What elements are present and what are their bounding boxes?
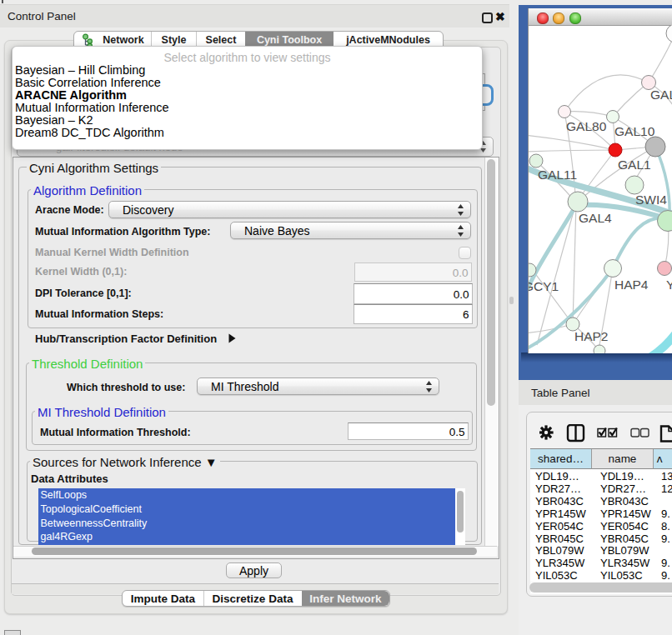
svg-text:HAP4: HAP4 [614,278,649,292]
svg-text:GCY1: GCY1 [529,279,559,293]
svg-text:GAL11: GAL11 [538,168,577,182]
svg-text:HAP2: HAP2 [574,329,609,343]
svg-text:GAL10: GAL10 [614,124,655,138]
svg-text:GAL: GAL [650,88,672,102]
svg-text:GAL1: GAL1 [618,158,651,172]
svg-text:GAL4: GAL4 [579,211,612,225]
svg-text:GAL80: GAL80 [566,119,607,133]
svg-text:Y: Y [666,278,672,292]
svg-text:SWI4: SWI4 [635,192,667,207]
